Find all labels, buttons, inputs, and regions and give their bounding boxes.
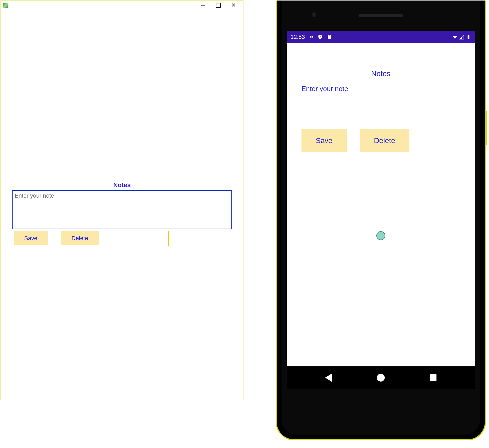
page-title: Notes [301, 70, 460, 78]
delete-button[interactable]: Delete [61, 231, 99, 245]
back-button[interactable] [325, 373, 332, 382]
phone-content: Notes Enter your note Save Delete [287, 43, 475, 366]
touch-indicator-icon [376, 231, 385, 240]
desktop-body: Notes Save Delete [1, 181, 243, 246]
desktop-window: ✕ Notes Save Delete [1, 1, 243, 400]
titlebar[interactable]: ✕ [1, 1, 243, 9]
phone-screen: 12:53 [287, 31, 475, 389]
window-controls: ✕ [198, 2, 242, 9]
status-time: 12:53 [290, 34, 305, 40]
battery-icon [466, 34, 471, 40]
recents-button[interactable] [430, 374, 436, 381]
minimize-button[interactable] [198, 2, 208, 9]
home-button[interactable] [377, 374, 385, 382]
signal-icon [459, 34, 464, 40]
delete-button[interactable]: Delete [360, 129, 409, 152]
phone-device: 12:53 [276, 1, 486, 440]
close-button[interactable]: ✕ [228, 2, 239, 9]
note-editor-hint: Enter your note [301, 85, 460, 93]
phone-bezel-top [287, 1, 475, 31]
save-button[interactable]: Save [14, 231, 48, 245]
sd-card-icon [326, 34, 332, 40]
phone-frame: 12:53 [282, 1, 480, 435]
phone-power-button [485, 111, 487, 145]
note-editor[interactable] [301, 121, 460, 125]
maximize-button[interactable] [213, 2, 223, 9]
button-row: Save Delete [14, 231, 243, 246]
phone-speaker-icon [358, 14, 403, 17]
app-icon [3, 3, 8, 8]
page-title: Notes [1, 181, 243, 189]
android-nav-bar [287, 366, 475, 389]
button-row: Save Delete [301, 129, 460, 152]
note-editor[interactable] [12, 190, 232, 229]
phone-camera-icon [312, 12, 316, 17]
status-bar: 12:53 [287, 31, 475, 43]
wifi-icon [452, 34, 457, 40]
gear-icon [309, 34, 314, 40]
save-button[interactable]: Save [301, 129, 347, 152]
shield-icon [318, 34, 323, 40]
